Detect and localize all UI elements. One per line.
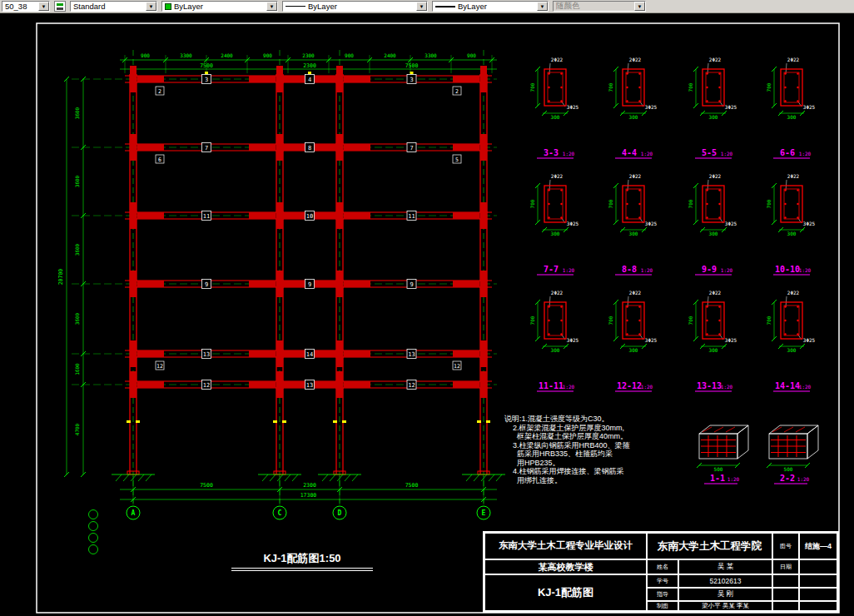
linetype-value: ByLayer: [308, 2, 415, 11]
svg-text:3Φ25: 3Φ25: [803, 337, 816, 343]
svg-text:3Φ25: 3Φ25: [645, 221, 658, 226]
svg-text:5-5: 5-5: [702, 148, 717, 157]
dim-style-value: 50_38: [5, 2, 37, 11]
chevron-down-icon[interactable]: ▼: [146, 2, 156, 11]
svg-text:2Φ22: 2Φ22: [629, 173, 642, 179]
team-names: 梁小平 吴某 李某: [678, 601, 772, 611]
title-block: 东南大学土木工程专业毕业设计 某高校教学楼 KJ-1配筋图 东南大学土木工程学院…: [483, 531, 839, 613]
svg-text:2300: 2300: [302, 52, 315, 58]
svg-text:300: 300: [551, 231, 560, 236]
svg-text:11: 11: [408, 213, 415, 220]
svg-text:8: 8: [308, 145, 311, 152]
svg-text:9: 9: [205, 281, 208, 288]
svg-text:9: 9: [308, 281, 311, 288]
svg-text:3600: 3600: [74, 175, 80, 187]
svg-text:300: 300: [629, 347, 638, 353]
drawing-canvas[interactable]: 9003300240090023009002400330090075002300…: [0, 13, 854, 616]
svg-text:3300: 3300: [425, 52, 437, 58]
svg-text:4700: 4700: [74, 423, 80, 435]
student-name: 吴 某: [678, 559, 772, 574]
project-title: 东南大学土木工程专业毕业设计: [484, 533, 647, 559]
svg-text:3Φ25: 3Φ25: [567, 104, 579, 110]
svg-text:1-1: 1-1: [710, 474, 725, 483]
svg-text:700: 700: [766, 82, 772, 92]
note-line: 用绑扎连接。: [504, 476, 675, 485]
text-style-combo[interactable]: Standard ▼: [70, 1, 157, 12]
svg-text:13: 13: [203, 351, 210, 358]
cad-drawing[interactable]: 9003300240090023009002400330090075002300…: [0, 13, 854, 616]
svg-text:2Φ22: 2Φ22: [551, 57, 564, 62]
svg-text:3Φ25: 3Φ25: [567, 221, 579, 226]
svg-text:2Φ22: 2Φ22: [551, 290, 564, 296]
svg-text:7: 7: [205, 145, 208, 152]
svg-text:700: 700: [688, 199, 693, 208]
svg-text:500: 500: [784, 466, 793, 472]
svg-text:700: 700: [608, 82, 613, 92]
svg-text:12: 12: [156, 363, 163, 370]
dim-style-combo[interactable]: 50_38 ▼: [2, 1, 50, 12]
svg-text:300: 300: [709, 347, 718, 353]
svg-text:2Φ22: 2Φ22: [709, 290, 722, 296]
svg-text:9: 9: [410, 281, 413, 288]
draft-label: 制图: [647, 601, 678, 611]
svg-text:3: 3: [410, 77, 413, 83]
svg-text:3Φ25: 3Φ25: [725, 104, 737, 110]
svg-text:1:20: 1:20: [641, 267, 653, 273]
linetype-combo[interactable]: ByLayer ▼: [282, 1, 428, 12]
svg-text:2-2: 2-2: [780, 474, 795, 483]
chevron-down-icon[interactable]: ▼: [537, 2, 548, 11]
svg-text:500: 500: [714, 466, 723, 472]
svg-text:2Φ22: 2Φ22: [787, 57, 800, 62]
svg-text:1:20: 1:20: [797, 476, 810, 482]
svg-text:6-6: 6-6: [780, 148, 795, 157]
svg-text:300: 300: [787, 231, 797, 236]
svg-text:3600: 3600: [74, 312, 80, 325]
color-swatch-icon: [165, 3, 171, 10]
lineweight-value: ByLayer: [458, 2, 535, 11]
svg-text:2300: 2300: [303, 482, 316, 489]
svg-text:7: 7: [410, 145, 413, 152]
color-combo[interactable]: ByLayer ▼: [161, 1, 278, 12]
note-line: 2.框架梁混凝土保护层厚度30mm,: [504, 424, 675, 433]
svg-text:3Φ25: 3Φ25: [645, 337, 658, 343]
svg-text:13-13: 13-13: [697, 381, 722, 390]
date-value: [799, 559, 837, 574]
svg-text:1:20: 1:20: [799, 151, 812, 156]
empty-cell: [799, 588, 837, 601]
chevron-down-icon[interactable]: ▼: [266, 2, 277, 11]
svg-text:7-7: 7-7: [544, 265, 559, 274]
svg-text:9-9: 9-9: [702, 265, 717, 274]
svg-text:20700: 20700: [57, 269, 64, 286]
lineweight-preview-icon: [435, 6, 455, 7]
drawing-title: KJ-1配筋图1:50: [231, 551, 373, 571]
svg-text:13: 13: [408, 351, 415, 358]
svg-text:4: 4: [308, 77, 311, 83]
plot-style-value: 随颜色: [556, 1, 633, 12]
notes-block: 说明:1.混凝土强度等级为C30。 2.框架梁混凝土保护层厚度30mm, 框架柱…: [504, 415, 675, 484]
svg-text:5: 5: [455, 156, 459, 163]
sheet-border: [37, 23, 839, 613]
svg-text:E: E: [482, 509, 486, 517]
svg-text:700: 700: [766, 199, 772, 208]
svg-text:300: 300: [709, 231, 718, 236]
chevron-down-icon[interactable]: ▼: [416, 2, 427, 11]
note-line: 4.柱钢筋采用焊接连接、梁钢筋采: [504, 467, 675, 476]
svg-text:14-14: 14-14: [775, 381, 800, 390]
text-style-icon[interactable]: [54, 1, 66, 12]
lineweight-combo[interactable]: ByLayer ▼: [432, 1, 549, 12]
svg-text:3: 3: [205, 77, 208, 83]
svg-text:3600: 3600: [74, 243, 80, 256]
svg-text:300: 300: [709, 114, 718, 120]
chevron-down-icon[interactable]: ▼: [38, 2, 49, 11]
svg-text:3Φ25: 3Φ25: [725, 221, 737, 226]
text-style-value: Standard: [73, 2, 144, 11]
svg-text:1600: 1600: [74, 363, 80, 375]
svg-text:7500: 7500: [405, 482, 419, 489]
svg-text:700: 700: [688, 315, 693, 325]
svg-text:1:20: 1:20: [727, 476, 740, 482]
svg-text:3300: 3300: [180, 52, 192, 58]
svg-text:1:20: 1:20: [721, 267, 733, 273]
svg-text:C: C: [278, 509, 282, 517]
svg-text:300: 300: [551, 347, 560, 353]
frame-elevation: 9003300240090023009002400330090075002300…: [57, 50, 505, 554]
